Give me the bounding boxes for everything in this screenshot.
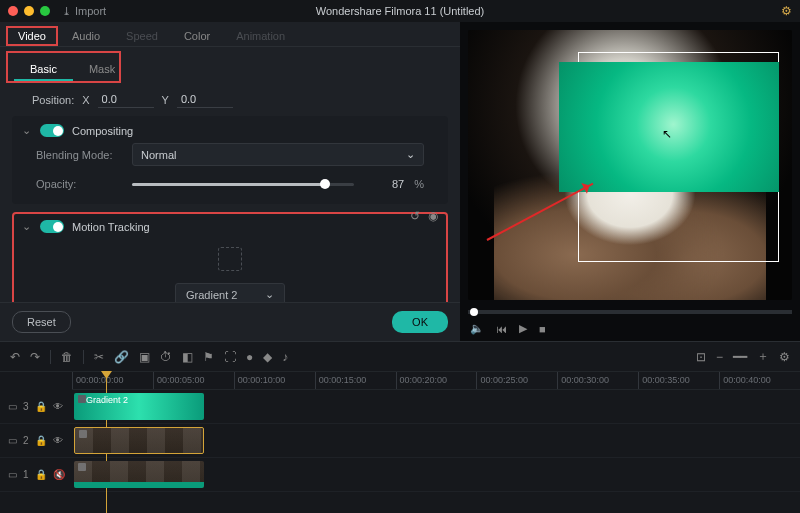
tips-icon[interactable]: ⚙ (781, 4, 792, 18)
tab-audio[interactable]: Audio (60, 26, 112, 46)
preview-canvas[interactable]: ↖ (468, 30, 792, 300)
track-row: ▭ 1 🔒 🔇 (0, 458, 800, 492)
settings-icon[interactable]: ⚙ (779, 350, 790, 364)
zoom-out-icon[interactable]: − (716, 350, 723, 364)
app-title: Wondershare Filmora 11 (Untitled) (316, 5, 485, 17)
lock-icon[interactable]: 🔒 (35, 435, 47, 446)
position-y-label: Y (162, 94, 169, 106)
marker-icon[interactable]: ⚑ (203, 350, 214, 364)
minimize-icon[interactable] (24, 6, 34, 16)
zoom-in-icon[interactable]: ＋ (757, 348, 769, 365)
opacity-label: Opacity: (36, 178, 122, 190)
undo-icon[interactable]: ↶ (10, 350, 20, 364)
track-number: 1 (23, 469, 29, 480)
crop-icon[interactable]: ▣ (139, 350, 150, 364)
position-row: Position: X Y (12, 83, 448, 116)
track-number: 2 (23, 435, 29, 446)
opacity-slider[interactable] (132, 183, 354, 186)
tab-animation[interactable]: Animation (224, 26, 297, 46)
mute-icon[interactable]: 🔇 (53, 469, 65, 480)
position-label: Position: (32, 94, 74, 106)
subtab-mask[interactable]: Mask (73, 59, 131, 81)
window-controls (8, 6, 50, 16)
ruler-tick: 00:00:15:00 (315, 372, 396, 389)
compositing-title: Compositing (72, 125, 133, 137)
reset-button[interactable]: Reset (12, 311, 71, 333)
ruler-tick: 00:00:20:00 (396, 372, 477, 389)
timeline-ruler[interactable]: 00:00:00:00 00:00:05:00 00:00:10:00 00:0… (72, 372, 800, 390)
ok-button[interactable]: OK (392, 311, 448, 333)
visibility-icon[interactable]: 👁 (53, 401, 63, 412)
track-type-icon: ▭ (8, 401, 17, 412)
maximize-icon[interactable] (40, 6, 50, 16)
redo-icon[interactable]: ↷ (30, 350, 40, 364)
tracking-box-icon[interactable] (218, 247, 242, 271)
timeline-panel: ↶ ↷ 🗑 ✂ 🔗 ▣ ⏱ ◧ ⚑ ⛶ ● ◆ ♪ ⊡ − ━━ ＋ ⚙ 00:… (0, 341, 800, 513)
ruler-tick: 00:00:30:00 (557, 372, 638, 389)
blend-mode-value: Normal (141, 149, 176, 161)
lock-icon[interactable]: 🔒 (35, 401, 47, 412)
ruler-tick: 00:00:00:00 (72, 372, 153, 389)
play-icon[interactable]: ▶ (519, 322, 527, 335)
chevron-down-icon[interactable]: ⌄ (22, 220, 32, 233)
lock-icon[interactable]: 🔒 (35, 469, 47, 480)
subtab-basic[interactable]: Basic (14, 59, 73, 81)
tracking-target-icon[interactable]: ◉ (428, 209, 438, 223)
record-icon[interactable]: ● (246, 350, 253, 364)
ruler-tick: 00:00:05:00 (153, 372, 234, 389)
audio-mix-icon[interactable]: ♪ (282, 350, 288, 364)
link-icon[interactable]: 🔗 (114, 350, 129, 364)
tab-color[interactable]: Color (172, 26, 222, 46)
track-type-icon: ▭ (8, 469, 17, 480)
chevron-down-icon[interactable]: ⌄ (22, 124, 32, 137)
timeline-clip[interactable] (74, 461, 204, 488)
chevron-down-icon: ⌄ (265, 288, 274, 301)
tracking-link-select[interactable]: Gradient 2 ⌄ (175, 283, 285, 302)
delete-icon[interactable]: 🗑 (61, 350, 73, 364)
stop-icon[interactable]: ■ (539, 323, 546, 335)
expand-icon[interactable]: ⛶ (224, 350, 236, 364)
progress-thumb[interactable] (470, 308, 478, 316)
split-icon[interactable]: ✂ (94, 350, 104, 364)
tab-speed[interactable]: Speed (114, 26, 170, 46)
zoom-fit-icon[interactable]: ⊡ (696, 350, 706, 364)
chevron-down-icon: ⌄ (406, 148, 415, 161)
track-row: ▭ 2 🔒 👁 (0, 424, 800, 458)
cursor-icon: ↖ (662, 127, 672, 141)
position-x-label: X (82, 94, 89, 106)
clip-type-icon (78, 395, 86, 403)
properties-panel: Video Audio Speed Color Animation Basic … (0, 22, 460, 341)
ruler-tick: 00:00:25:00 (476, 372, 557, 389)
blend-mode-select[interactable]: Normal ⌄ (132, 143, 424, 166)
percent-label: % (414, 178, 424, 190)
compositing-toggle[interactable] (40, 124, 64, 137)
import-icon: ⤓ (62, 5, 71, 18)
visibility-icon[interactable]: 👁 (53, 435, 63, 446)
preview-progress[interactable] (468, 310, 792, 314)
position-y-input[interactable] (177, 91, 233, 108)
timeline-toolbar: ↶ ↷ 🗑 ✂ 🔗 ▣ ⏱ ◧ ⚑ ⛶ ● ◆ ♪ ⊡ − ━━ ＋ ⚙ (0, 342, 800, 372)
motion-tracking-section: ⌄ Motion Tracking ↺ ◉ Gradient 2 ⌄ (12, 212, 448, 302)
compositing-section: ⌄ Compositing Blending Mode: Normal ⌄ Op… (12, 116, 448, 204)
import-label: Import (75, 5, 106, 17)
speed-icon[interactable]: ⏱ (160, 350, 172, 364)
reset-tracking-icon[interactable]: ↺ (410, 209, 420, 223)
blend-mode-label: Blending Mode: (36, 149, 122, 161)
ruler-tick: 00:00:10:00 (234, 372, 315, 389)
motion-tracking-title: Motion Tracking (72, 221, 150, 233)
import-button[interactable]: ⤓ Import (62, 5, 106, 18)
color-icon[interactable]: ◧ (182, 350, 193, 364)
property-tabs: Video Audio Speed Color Animation (0, 22, 460, 47)
keyframe-icon[interactable]: ◆ (263, 350, 272, 364)
close-icon[interactable] (8, 6, 18, 16)
volume-icon[interactable]: 🔈 (470, 322, 484, 335)
playback-controls: 🔈 ⏮ ▶ ■ (460, 316, 800, 341)
prev-frame-icon[interactable]: ⏮ (496, 323, 507, 335)
zoom-slider[interactable]: ━━ (733, 350, 747, 364)
timeline-clip[interactable]: Gradient 2 (74, 393, 204, 420)
position-x-input[interactable] (98, 91, 154, 108)
tab-video[interactable]: Video (6, 26, 58, 46)
titlebar: ⤓ Import Wondershare Filmora 11 (Untitle… (0, 0, 800, 22)
timeline-clip[interactable] (74, 427, 204, 454)
motion-tracking-toggle[interactable] (40, 220, 64, 233)
